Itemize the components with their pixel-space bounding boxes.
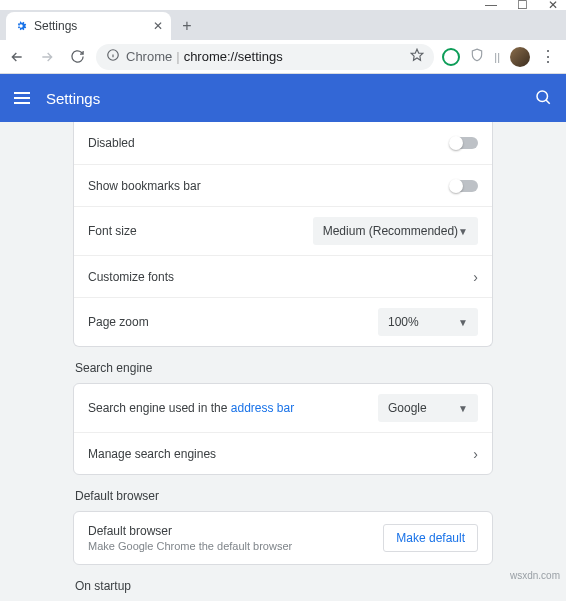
search-engine-card: Search engine used in the address bar Go… xyxy=(73,383,493,475)
shield-icon[interactable] xyxy=(470,47,484,66)
close-icon[interactable]: ✕ xyxy=(153,19,163,33)
row-manage-search-engines[interactable]: Manage search engines › xyxy=(74,432,492,474)
back-button[interactable] xyxy=(6,46,28,68)
make-default-button[interactable]: Make default xyxy=(383,524,478,552)
toggle-switch[interactable] xyxy=(450,137,478,149)
tab-title: Settings xyxy=(34,19,147,33)
window-controls: — ☐ ✕ xyxy=(0,0,566,10)
browser-toolbar: Chrome|chrome://settings || ⋮ xyxy=(0,40,566,74)
search-icon[interactable] xyxy=(534,88,552,109)
svg-marker-3 xyxy=(411,49,423,60)
info-icon xyxy=(106,48,120,65)
window-maximize-icon[interactable]: ☐ xyxy=(517,0,528,12)
chevron-down-icon: ▼ xyxy=(458,403,468,414)
page-zoom-dropdown[interactable]: 100% ▼ xyxy=(378,308,478,336)
profile-avatar[interactable] xyxy=(510,47,530,67)
watermark: wsxdn.com xyxy=(510,570,560,581)
row-customize-fonts[interactable]: Customize fonts › xyxy=(74,255,492,297)
address-text: Chrome|chrome://settings xyxy=(126,49,404,64)
row-search-engine[interactable]: Search engine used in the address bar Go… xyxy=(74,384,492,432)
settings-content: Disabled Show bookmarks bar Font size Me… xyxy=(0,122,566,601)
sync-pause-icon[interactable]: || xyxy=(494,51,500,63)
chevron-right-icon: › xyxy=(473,446,478,462)
window-close-icon[interactable]: ✕ xyxy=(548,0,558,12)
address-bar[interactable]: Chrome|chrome://settings xyxy=(96,44,434,70)
forward-button[interactable] xyxy=(36,46,58,68)
chevron-down-icon: ▼ xyxy=(458,226,468,237)
hamburger-menu-icon[interactable] xyxy=(14,92,30,104)
gear-icon xyxy=(14,19,28,33)
svg-point-4 xyxy=(537,91,548,102)
section-heading-on-startup: On startup xyxy=(75,579,493,593)
chevron-down-icon: ▼ xyxy=(458,317,468,328)
row-page-zoom[interactable]: Page zoom 100% ▼ xyxy=(74,297,492,346)
chevron-right-icon: › xyxy=(473,269,478,285)
svg-line-5 xyxy=(546,100,550,104)
section-heading-search-engine: Search engine xyxy=(75,361,493,375)
extension-icon[interactable] xyxy=(442,48,460,66)
settings-header: Settings xyxy=(0,74,566,122)
reload-button[interactable] xyxy=(66,46,88,68)
toggle-switch[interactable] xyxy=(450,180,478,192)
row-bookmarks-bar[interactable]: Show bookmarks bar xyxy=(74,164,492,206)
browser-tab-settings[interactable]: Settings ✕ xyxy=(6,12,171,40)
tab-strip: Settings ✕ + xyxy=(0,10,566,40)
kebab-menu-icon[interactable]: ⋮ xyxy=(540,47,556,66)
search-engine-dropdown[interactable]: Google ▼ xyxy=(378,394,478,422)
appearance-card: Disabled Show bookmarks bar Font size Me… xyxy=(73,122,493,347)
window-minimize-icon[interactable]: — xyxy=(485,0,497,12)
bookmark-star-icon[interactable] xyxy=(410,48,424,65)
row-font-size[interactable]: Font size Medium (Recommended) ▼ xyxy=(74,206,492,255)
row-disabled[interactable]: Disabled xyxy=(74,122,492,164)
font-size-dropdown[interactable]: Medium (Recommended) ▼ xyxy=(313,217,478,245)
new-tab-button[interactable]: + xyxy=(175,14,199,38)
address-bar-link[interactable]: address bar xyxy=(231,401,294,415)
row-default-browser: Default browser Make Google Chrome the d… xyxy=(74,512,492,564)
default-browser-card: Default browser Make Google Chrome the d… xyxy=(73,511,493,565)
section-heading-default-browser: Default browser xyxy=(75,489,493,503)
page-title: Settings xyxy=(46,90,534,107)
